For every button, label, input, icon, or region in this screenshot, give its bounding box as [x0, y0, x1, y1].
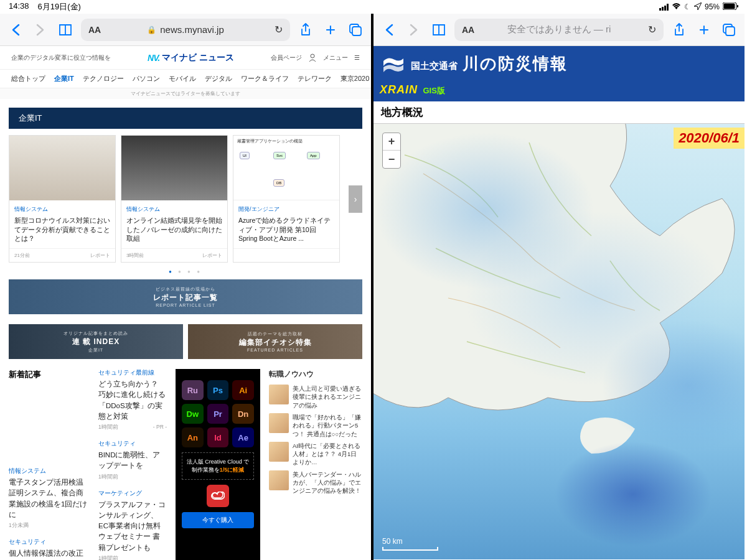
tabs-button[interactable] [346, 21, 365, 39]
app-icon-id: Id [207, 427, 229, 447]
tab-デジタル[interactable]: デジタル [205, 74, 232, 83]
status-date: 6月19日(金) [38, 1, 81, 12]
site-title: 川の防災情報 [463, 53, 568, 75]
site-logo[interactable]: NV. マイナビ ニュース [148, 52, 234, 63]
url-text: 安全ではありません — ri [507, 24, 611, 35]
tab-総合トップ[interactable]: 総合トップ [11, 74, 45, 83]
address-bar[interactable]: AA 安全ではありません — ri ↻ [454, 19, 664, 41]
logo-text: マイナビ ニュース [162, 52, 234, 63]
safari-toolbar-left: AA 🔒 news.mynavi.jp ↻ + [0, 14, 371, 46]
reload-button[interactable]: ↻ [275, 24, 283, 35]
user-icon[interactable] [308, 53, 317, 63]
site-tagline: 企業のデジタル変革に役立つ情報を [11, 54, 111, 62]
new-tab-button[interactable]: + [321, 21, 340, 39]
battery-icon [723, 2, 738, 12]
svg-rect-7 [726, 27, 735, 35]
tab-テレワーク[interactable]: テレワーク [298, 74, 332, 83]
xrain-bar: XRAIN GIS版 [374, 81, 745, 101]
xrain-label: XRAIN [380, 83, 418, 96]
forward-button[interactable] [31, 21, 50, 39]
share-button[interactable] [296, 21, 315, 39]
hamburger-icon[interactable]: ☰ [354, 54, 360, 61]
article-item[interactable]: セキュリティ個人情報保護法の改正を機に企業が取り組むべきこと14分前 [9, 538, 90, 560]
weather-map[interactable]: + − 2020/06/1 50 km [374, 124, 745, 559]
river-header: 国土交通省 川の防災情報 [374, 46, 745, 81]
app-icon-ps: Ps [207, 380, 229, 400]
zoom-in-button[interactable]: + [383, 133, 400, 151]
site-header: 企業のデジタル変革に役立つ情報を NV. マイナビ ニュース 会員ページ メニュ… [0, 46, 371, 70]
scale-bar: 50 km [382, 537, 438, 551]
bookmarks-button[interactable] [430, 21, 448, 39]
ad-cta-button[interactable]: 今すぐ購入 [182, 512, 254, 528]
logo-mark: NV. [148, 53, 159, 63]
svg-rect-2 [737, 5, 738, 7]
app-icon-an: An [182, 427, 204, 447]
app-icon-dw: Dw [182, 404, 204, 424]
article-item[interactable]: セキュリティBINDに脆弱性、アップデートを1時間前 [98, 440, 167, 481]
svg-point-5 [311, 54, 314, 58]
article-item[interactable]: セキュリティ最前線どう立ち向かう？ 巧妙に進化し続ける「DDoS攻撃」の実態と対… [98, 369, 167, 431]
bookmarks-button[interactable] [56, 21, 75, 39]
reader-button[interactable]: AA [88, 25, 101, 35]
rain-overlay [374, 124, 745, 559]
app-icon-dn: Dn [232, 404, 254, 424]
zoom-controls: + − [382, 133, 401, 169]
location-icon [694, 2, 702, 12]
app-icon-ru: Ru [182, 380, 204, 400]
tabs-button[interactable] [720, 21, 738, 39]
map-timestamp: 2020/06/1 [674, 128, 745, 149]
status-bar: 14:38 6月19日(金) ☾ 95% [0, 0, 747, 14]
creative-cloud-icon [207, 485, 229, 507]
promo-index[interactable]: オリジナル記事をまとめ読み 連 載 INDEX 企業IT [9, 324, 183, 359]
url-text: news.mynavi.jp [160, 24, 224, 35]
left-pane: AA 🔒 news.mynavi.jp ↻ + 企業のデジタル変革に役立つ情報を… [0, 14, 374, 560]
promo-reports[interactable]: ビジネス最前線の現場から レポート記事一覧 REPORT ARTICLE LIS… [9, 279, 362, 314]
tab-東京2020[interactable]: 東京2020 [341, 74, 369, 83]
address-bar[interactable]: AA 🔒 news.mynavi.jp ↻ [81, 19, 290, 41]
member-link[interactable]: 会員ページ [271, 54, 302, 62]
status-time: 14:38 [9, 1, 29, 12]
zoom-out-button[interactable]: − [383, 151, 400, 168]
lock-icon: 🔒 [147, 26, 156, 34]
tab-ワーク＆ライフ[interactable]: ワーク＆ライフ [241, 74, 289, 83]
sidebar-article[interactable]: AI時代に「必要とされる人材」とは？？ 4月1日よりか… [269, 442, 362, 467]
tab-企業IT[interactable]: 企業IT [54, 74, 74, 83]
featured-card[interactable]: 蔵書管理アプリケーションの構築UISvcAppDB開発/エンジニアAzureで始… [233, 135, 340, 263]
forward-button[interactable] [405, 21, 423, 39]
svg-rect-1 [724, 3, 735, 9]
back-button[interactable] [6, 21, 25, 39]
safari-toolbar-right: AA 安全ではありません — ri ↻ + [374, 14, 745, 46]
carousel-dots[interactable]: ● ● ● ● [0, 269, 371, 274]
wifi-icon [672, 2, 681, 11]
region-header: 地方概況 [374, 101, 745, 124]
wave-icon [382, 52, 405, 75]
app-icon-ai: Ai [232, 380, 254, 400]
cellular-icon [659, 4, 669, 11]
ad-copy: 法人版 Creative Cloud で 制作業務を1/5に軽減 [182, 452, 254, 480]
sidebar-article[interactable]: 職場で「好かれる」「嫌われる」行動パターン5つ！ 共通点は○○だった [269, 413, 362, 438]
new-tab-button[interactable]: + [695, 21, 713, 39]
adobe-ad[interactable]: RuPsAiDwPrDnAnIdAe 法人版 Creative Cloud で … [176, 369, 260, 560]
sidebar-article[interactable]: 美人上司と可愛い過ぎる後輩に挟まれるエンジニアの悩み [269, 385, 362, 409]
article-item[interactable]: マーケティングプラスアルファ・コンサルティング、EC事業者向け無料ウェブセミナー… [98, 490, 167, 560]
gis-label: GIS版 [423, 86, 444, 95]
recruit-note: マイナビニュースではライターを募集しています [0, 88, 371, 99]
reader-button[interactable]: AA [462, 25, 474, 35]
app-icon-pr: Pr [207, 404, 229, 424]
featured-card[interactable]: 情報システム新型コロナウイルス対策においてデータ分析が貢献できることとは？21分… [9, 135, 116, 263]
tab-パソコン[interactable]: パソコン [133, 74, 160, 83]
article-item[interactable]: 情報システム電子スタンプ活用検温証明システム、複合商業施設の検温を1回だけに1分… [9, 467, 90, 530]
ministry-label: 国土交通省 [411, 60, 458, 72]
reload-button[interactable]: ↻ [648, 24, 656, 35]
featured-card[interactable]: 情報システムオンライン結婚式場見学を開始したノバレーゼの成約に向けた取組3時間前… [121, 135, 228, 263]
carousel-next-button[interactable]: › [349, 185, 362, 213]
menu-link[interactable]: メニュー [323, 54, 348, 62]
app-icon-ae: Ae [232, 427, 254, 447]
right-pane: AA 安全ではありません — ri ↻ + 国土交通省 川の防災情報 [374, 14, 745, 560]
back-button[interactable] [380, 21, 398, 39]
share-button[interactable] [670, 21, 688, 39]
tab-テクノロジー[interactable]: テクノロジー [83, 74, 124, 83]
sidebar-article[interactable]: 美人バーテンダー・ハルカが、「人の悩み」でエンジニアの悩みを解決！ [269, 470, 362, 495]
tab-モバイル[interactable]: モバイル [169, 74, 196, 83]
promo-featured[interactable]: 話題のテーマを総力取材 編集部イチオシ特集 FEATURED ARTICLES [188, 324, 362, 359]
